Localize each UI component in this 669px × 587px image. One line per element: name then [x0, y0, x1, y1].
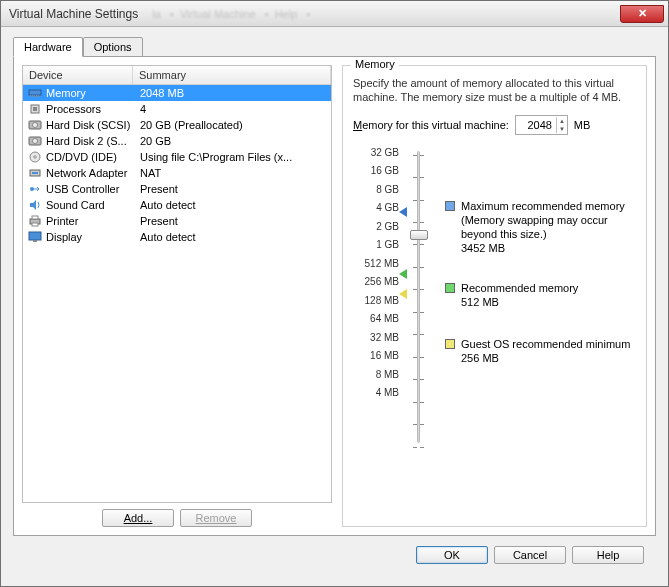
marker-min-icon [399, 289, 407, 299]
legend-rec-value: 512 MB [461, 295, 578, 309]
usb-icon [27, 182, 43, 196]
memory-description: Specify the amount of memory allocated t… [353, 76, 636, 105]
svg-rect-1 [30, 95, 31, 97]
device-summary: NAT [134, 167, 331, 179]
titlebar: Virtual Machine Settings la • Virtual Ma… [1, 1, 668, 27]
legend-max: Maximum recommended memory (Memory swapp… [445, 199, 636, 256]
device-summary: Present [134, 215, 331, 227]
device-summary: Using file C:\Program Files (x... [134, 151, 331, 163]
legend-min-value: 256 MB [461, 351, 630, 365]
slider-thumb[interactable] [410, 230, 428, 240]
column-header-summary[interactable]: Summary [133, 66, 331, 84]
left-pane: Device Summary Memory2048 MBProcessors4H… [22, 65, 332, 527]
spinner-arrows[interactable]: ▲▼ [556, 117, 567, 133]
device-summary: 4 [134, 103, 331, 115]
spinner-down-icon[interactable]: ▼ [557, 125, 567, 133]
legend-rec-title: Recommended memory [461, 281, 578, 295]
memory-group: Memory Specify the amount of memory allo… [342, 65, 647, 527]
tick-marks [413, 151, 424, 443]
tab-hardware[interactable]: Hardware [13, 37, 83, 57]
content-area: Hardware Options Device Summary Memory20… [1, 27, 668, 586]
device-name: USB Controller [46, 183, 134, 195]
legend-min: Guest OS recommended minimum 256 MB [445, 337, 630, 366]
memory-input-label: Memory for this virtual machine: [353, 119, 509, 131]
group-title: Memory [351, 58, 399, 70]
svg-rect-2 [32, 95, 33, 97]
remove-button[interactable]: Remove [180, 509, 252, 527]
table-row[interactable]: Network AdapterNAT [23, 165, 331, 181]
cd-icon [27, 150, 43, 164]
device-name: Sound Card [46, 199, 134, 211]
ok-button[interactable]: OK [416, 546, 488, 564]
tick-label: 4 MB [353, 387, 399, 399]
right-pane: Memory Specify the amount of memory allo… [342, 65, 647, 527]
device-summary: Auto detect [134, 199, 331, 211]
tick-label: 32 GB [353, 147, 399, 159]
slider-track-wrap[interactable] [407, 147, 429, 447]
svg-rect-20 [29, 232, 41, 240]
table-row[interactable]: Hard Disk (SCSI)20 GB (Preallocated) [23, 117, 331, 133]
svg-rect-5 [38, 95, 39, 97]
device-name: Hard Disk (SCSI) [46, 119, 134, 131]
titlebar-background-text: la • Virtual Machine • Help • [138, 8, 310, 20]
device-name: Display [46, 231, 134, 243]
cancel-button[interactable]: Cancel [494, 546, 566, 564]
tick-labels: 32 GB16 GB8 GB4 GB2 GB1 GB512 MB256 MB12… [353, 147, 399, 447]
device-name: Network Adapter [46, 167, 134, 179]
device-name: CD/DVD (IDE) [46, 151, 134, 163]
memory-spinner[interactable]: ▲▼ [515, 115, 568, 135]
device-name: Memory [46, 87, 134, 99]
legend-column: Maximum recommended memory (Memory swapp… [437, 147, 636, 447]
tick-label: 2 GB [353, 221, 399, 233]
legend-min-title: Guest OS recommended minimum [461, 337, 630, 351]
square-blue-icon [445, 201, 455, 211]
device-name: Printer [46, 215, 134, 227]
device-buttons: Add... Remove [22, 509, 332, 527]
memory-input[interactable] [516, 119, 556, 131]
tick-label: 8 GB [353, 184, 399, 196]
tick-label: 512 MB [353, 258, 399, 270]
svg-rect-19 [32, 223, 38, 226]
svg-rect-21 [33, 240, 37, 242]
memory-icon [27, 86, 43, 100]
table-row[interactable]: PrinterPresent [23, 213, 331, 229]
square-yellow-icon [445, 339, 455, 349]
table-row[interactable]: DisplayAuto detect [23, 229, 331, 245]
device-summary: 2048 MB [134, 87, 331, 99]
marker-recommended-icon [399, 269, 407, 279]
close-button[interactable]: ✕ [620, 5, 664, 23]
table-row[interactable]: Sound CardAuto detect [23, 197, 331, 213]
svg-rect-3 [34, 95, 35, 97]
add-button[interactable]: Add... [102, 509, 174, 527]
tab-panel: Device Summary Memory2048 MBProcessors4H… [13, 56, 656, 536]
list-body[interactable]: Memory2048 MBProcessors4Hard Disk (SCSI)… [23, 85, 331, 502]
settings-window: { "window": { "title": "Virtual Machine … [0, 0, 669, 587]
memory-unit: MB [574, 119, 591, 131]
legend-recommended: Recommended memory 512 MB [445, 281, 578, 310]
tick-label: 8 MB [353, 369, 399, 381]
slider-area: 32 GB16 GB8 GB4 GB2 GB1 GB512 MB256 MB12… [353, 147, 636, 447]
spinner-up-icon[interactable]: ▲ [557, 117, 567, 125]
tab-strip: Hardware Options [13, 37, 656, 57]
column-header-device[interactable]: Device [23, 66, 133, 84]
marker-max-icon [399, 207, 407, 217]
legend-max-title: Maximum recommended memory [461, 199, 636, 213]
svg-rect-0 [29, 90, 41, 95]
tick-label: 64 MB [353, 313, 399, 325]
help-button[interactable]: Help [572, 546, 644, 564]
printer-icon [27, 214, 43, 228]
tab-options[interactable]: Options [83, 37, 143, 57]
tick-label: 1 GB [353, 239, 399, 251]
table-row[interactable]: Hard Disk 2 (S...20 GB [23, 133, 331, 149]
table-row[interactable]: Memory2048 MB [23, 85, 331, 101]
tick-label: 16 GB [353, 165, 399, 177]
svg-point-11 [33, 139, 38, 144]
tick-label: 32 MB [353, 332, 399, 344]
device-summary: Auto detect [134, 231, 331, 243]
device-name: Hard Disk 2 (S... [46, 135, 134, 147]
table-row[interactable]: CD/DVD (IDE)Using file C:\Program Files … [23, 149, 331, 165]
tick-label: 256 MB [353, 276, 399, 288]
table-row[interactable]: USB ControllerPresent [23, 181, 331, 197]
table-row[interactable]: Processors4 [23, 101, 331, 117]
square-green-icon [445, 283, 455, 293]
